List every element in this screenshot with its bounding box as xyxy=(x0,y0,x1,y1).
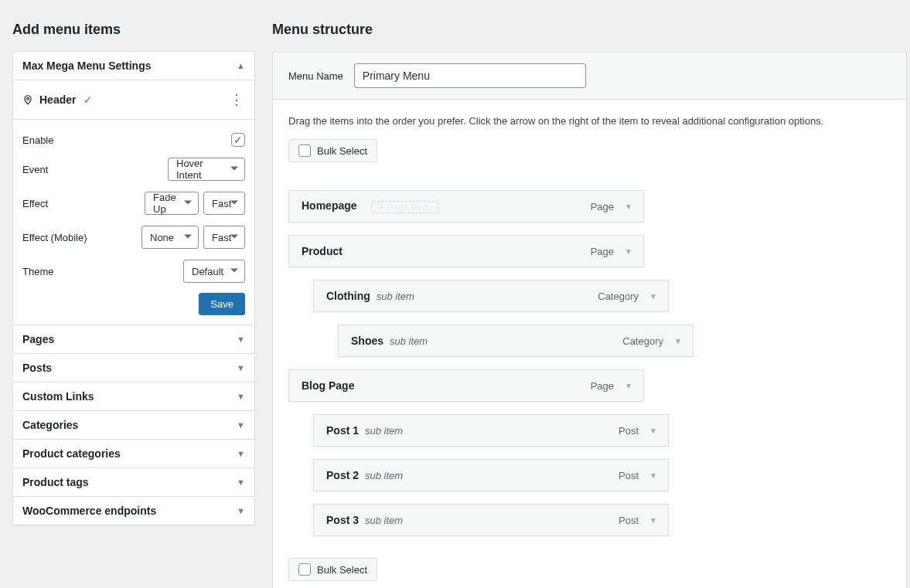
expand-item-icon[interactable]: ▼ xyxy=(648,516,659,525)
pages-title: Pages xyxy=(22,333,54,345)
mega-menu-settings-panel: Max Mega Menu Settings ▲ Header ✓ xyxy=(12,51,255,325)
effect-mobile-select[interactable]: None xyxy=(141,226,199,249)
menu-item-type: Category xyxy=(622,335,663,347)
menu-item-type: Post xyxy=(619,425,639,437)
effect-mobile-label: Effect (Mobile) xyxy=(22,232,87,243)
mega-menu-settings-body: Enable ✓ Event Hover Intent Effect xyxy=(13,120,254,325)
chevron-down-icon: ▼ xyxy=(237,335,245,344)
checkmark-icon: ✓ xyxy=(233,134,243,145)
collapse-icon: ▲ xyxy=(237,61,245,70)
bulk-select-label: Bulk Select xyxy=(317,145,367,157)
woocommerce-endpoints-panel: WooCommerce endpoints ▼ xyxy=(12,497,255,525)
posts-panel: Posts ▼ xyxy=(12,354,255,382)
menu-item-title: Post 2 xyxy=(326,469,359,481)
menu-item-shoes[interactable]: Shoes sub item Category ▼ xyxy=(338,325,694,357)
product-categories-title: Product categories xyxy=(22,447,121,460)
sub-item-label: sub item xyxy=(365,425,403,437)
bulk-select-bottom[interactable]: Bulk Select xyxy=(288,558,377,581)
custom-links-title: Custom Links xyxy=(22,390,94,403)
product-categories-toggle[interactable]: Product categories ▼ xyxy=(13,440,254,467)
menu-item-homepage[interactable]: Homepage ⚙ Mega Menu Page ▼ xyxy=(288,190,644,223)
custom-links-toggle[interactable]: Custom Links ▼ xyxy=(13,382,254,410)
sub-item-label: sub item xyxy=(365,470,403,481)
mega-menu-settings-toggle[interactable]: Max Mega Menu Settings ▲ xyxy=(13,52,254,80)
menu-item-title: Product xyxy=(302,245,343,257)
enable-label: Enable xyxy=(22,134,53,146)
menu-item-type: Post xyxy=(619,470,639,481)
menu-item-product[interactable]: Product Page ▼ xyxy=(288,235,644,267)
chevron-down-icon: ▼ xyxy=(237,420,245,430)
expand-item-icon[interactable]: ▼ xyxy=(648,471,659,480)
mega-menu-settings-title: Max Mega Menu Settings xyxy=(22,59,151,72)
categories-title: Categories xyxy=(22,419,78,431)
theme-label: Theme xyxy=(22,266,53,277)
menu-item-title: Clothing xyxy=(326,290,370,302)
menu-items-list: Homepage ⚙ Mega Menu Page ▼ Product xyxy=(288,190,891,536)
menu-location-label: Header xyxy=(39,93,76,106)
event-select[interactable]: Hover Intent xyxy=(168,158,245,181)
menu-item-title: Homepage xyxy=(302,199,357,212)
mega-menu-badge[interactable]: ⚙ Mega Menu xyxy=(371,201,440,213)
event-label: Event xyxy=(22,164,48,175)
menu-item-clothing[interactable]: Clothing sub item Category ▼ xyxy=(313,280,669,312)
woocommerce-endpoints-toggle[interactable]: WooCommerce endpoints ▼ xyxy=(13,497,254,525)
enable-row: Enable ✓ xyxy=(22,127,245,152)
location-more-button[interactable]: ⋮ xyxy=(223,90,250,110)
categories-panel: Categories ▼ xyxy=(12,411,255,440)
menu-edit-box: Menu Name Drag the items into the order … xyxy=(272,52,907,588)
add-menu-items-heading: Add menu items xyxy=(12,22,255,38)
posts-toggle[interactable]: Posts ▼ xyxy=(13,354,254,382)
sub-item-label: sub item xyxy=(365,515,403,526)
chevron-down-icon: ▼ xyxy=(237,449,245,458)
product-tags-title: Product tags xyxy=(22,476,89,488)
menu-item-type: Page xyxy=(591,201,614,212)
chevron-down-icon: ▼ xyxy=(237,392,245,401)
bulk-select-checkbox[interactable] xyxy=(298,144,311,157)
menu-name-label: Menu Name xyxy=(288,70,343,82)
menu-name-input[interactable] xyxy=(354,63,586,88)
enable-checkbox[interactable]: ✓ xyxy=(231,133,245,147)
menu-item-title: Post 1 xyxy=(326,424,359,437)
product-tags-toggle[interactable]: Product tags ▼ xyxy=(13,468,254,496)
sub-item-label: sub item xyxy=(390,335,428,347)
menu-item-title: Blog Page xyxy=(302,379,354,392)
menu-item-post-2[interactable]: Post 2 sub item Post ▼ xyxy=(313,459,669,491)
expand-item-icon[interactable]: ▼ xyxy=(648,427,659,435)
menu-item-title: Post 3 xyxy=(326,514,359,526)
bulk-select-top[interactable]: Bulk Select xyxy=(288,139,377,162)
custom-links-panel: Custom Links ▼ xyxy=(12,382,255,411)
expand-item-icon[interactable]: ▼ xyxy=(623,382,634,390)
chevron-down-icon: ▼ xyxy=(237,478,245,487)
menu-location-row: Header ✓ ⋮ xyxy=(13,80,254,120)
product-categories-panel: Product categories ▼ xyxy=(12,440,255,468)
product-tags-panel: Product tags ▼ xyxy=(12,468,255,497)
chevron-down-icon: ▼ xyxy=(237,363,245,372)
effect-speed-select[interactable]: Fast xyxy=(203,192,245,215)
menu-item-type: Post xyxy=(619,515,639,526)
categories-toggle[interactable]: Categories ▼ xyxy=(13,411,254,439)
effect-mobile-speed-select[interactable]: Fast xyxy=(203,226,245,249)
expand-item-icon[interactable]: ▼ xyxy=(623,202,634,211)
expand-item-icon[interactable]: ▼ xyxy=(673,337,683,345)
menu-item-blog[interactable]: Blog Page Page ▼ xyxy=(288,369,644,402)
bulk-select-checkbox[interactable] xyxy=(298,563,311,576)
menu-item-post-1[interactable]: Post 1 sub item Post ▼ xyxy=(313,414,669,447)
menu-item-type: Page xyxy=(591,246,614,257)
menu-item-post-3[interactable]: Post 3 sub item Post ▼ xyxy=(313,504,669,536)
event-row: Event Hover Intent xyxy=(22,152,245,186)
menu-edit-body: Drag the items into the order you prefer… xyxy=(273,100,906,588)
effect-row: Effect Fade Up Fast xyxy=(22,186,245,220)
theme-select[interactable]: Default xyxy=(183,260,245,283)
chevron-down-icon: ▼ xyxy=(237,506,245,515)
effect-label: Effect xyxy=(22,198,48,209)
save-button[interactable]: Save xyxy=(199,293,245,315)
pages-toggle[interactable]: Pages ▼ xyxy=(13,325,254,353)
location-pin-icon xyxy=(22,94,33,105)
sub-item-label: sub item xyxy=(377,291,414,302)
effect-select[interactable]: Fade Up xyxy=(145,192,199,215)
menu-item-type: Page xyxy=(591,380,614,392)
expand-item-icon[interactable]: ▼ xyxy=(648,292,659,301)
posts-title: Posts xyxy=(22,362,52,374)
expand-item-icon[interactable]: ▼ xyxy=(623,247,634,256)
svg-point-0 xyxy=(27,97,29,100)
